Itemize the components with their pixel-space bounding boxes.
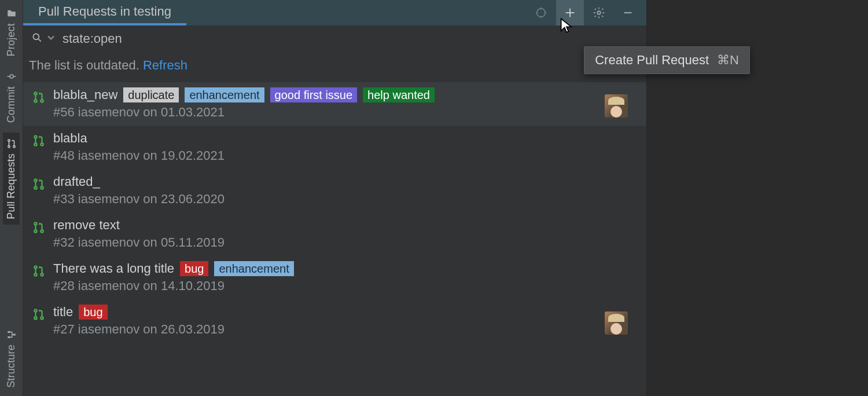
chevron-down-icon[interactable] <box>45 32 57 46</box>
svg-point-0 <box>10 75 13 78</box>
tool-structure[interactable]: Structure <box>3 324 20 394</box>
tool-pull-requests[interactable]: Pull Requests <box>3 133 20 225</box>
target-icon[interactable] <box>527 0 555 25</box>
pr-body: There was a long titlebugenhancement#28 … <box>53 261 639 294</box>
pr-row[interactable]: remove text#32 iasemenov on 05.11.2019 <box>23 212 646 256</box>
pr-subtitle: #32 iasemenov on 05.11.2019 <box>53 235 639 250</box>
pr-label: enhancement <box>185 87 264 102</box>
pr-title-line: remove text <box>53 218 639 233</box>
avatar <box>605 311 628 335</box>
svg-line-19 <box>39 39 41 42</box>
pull-request-icon <box>32 133 45 151</box>
pr-subtitle: #28 iasemenov on 14.10.2019 <box>53 278 639 294</box>
svg-point-27 <box>34 186 36 189</box>
svg-point-20 <box>34 92 36 94</box>
svg-point-37 <box>41 317 43 319</box>
pull-request-icon <box>32 220 45 237</box>
svg-point-24 <box>34 143 36 145</box>
tool-project-label: Project <box>5 23 17 56</box>
svg-point-32 <box>34 266 36 268</box>
structure-icon <box>6 329 17 340</box>
create-pr-tooltip: Create Pull Request ⌘N <box>584 46 750 74</box>
pull-request-icon <box>32 177 45 194</box>
pr-subtitle: #27 iasemenov on 26.03.2019 <box>53 322 597 337</box>
svg-point-21 <box>34 100 36 102</box>
tab-title: Pull Requests in testing <box>38 4 171 19</box>
header-actions <box>527 0 646 25</box>
pr-title: drafted_ <box>53 174 100 189</box>
svg-point-30 <box>34 230 36 232</box>
pr-body: remove text#32 iasemenov on 05.11.2019 <box>53 218 639 250</box>
pr-label: bug <box>79 305 107 320</box>
svg-point-25 <box>41 143 43 145</box>
svg-point-9 <box>537 9 546 17</box>
tool-pull-requests-label: Pull Requests <box>5 153 17 219</box>
svg-rect-8 <box>13 334 16 336</box>
pr-title-line: blabla_newduplicateenhancementgood first… <box>53 87 597 102</box>
refresh-link[interactable]: Refresh <box>143 58 187 72</box>
outdated-banner: The list is outdated. Refresh <box>23 52 646 82</box>
pr-body: titlebug#27 iasemenov on 26.03.2019 <box>53 305 597 337</box>
commit-icon <box>6 71 17 82</box>
pr-list: blabla_newduplicateenhancementgood first… <box>23 82 646 343</box>
pull-requests-panel: Pull Requests in testing The li <box>23 0 647 396</box>
tooltip-shortcut: ⌘N <box>717 53 739 68</box>
svg-point-16 <box>597 11 601 14</box>
pr-title: blabla <box>53 131 87 146</box>
avatar <box>605 94 628 118</box>
settings-button[interactable] <box>585 0 613 25</box>
pr-body: blabla_newduplicateenhancementgood first… <box>53 87 597 120</box>
svg-point-31 <box>41 230 43 232</box>
pr-label: good first issue <box>270 87 358 102</box>
pull-request-icon <box>32 263 45 281</box>
tool-project[interactable]: Project <box>3 2 20 62</box>
svg-rect-6 <box>8 331 10 333</box>
search-input[interactable] <box>62 31 638 46</box>
pr-label: enhancement <box>214 261 293 276</box>
folder-icon <box>6 8 17 19</box>
pr-title-line: There was a long titlebugenhancement <box>53 261 639 276</box>
outdated-text: The list is outdated. <box>29 58 139 72</box>
pr-subtitle: #56 iasemenov on 01.03.2021 <box>53 105 597 120</box>
svg-point-3 <box>8 140 9 141</box>
svg-point-4 <box>8 145 9 147</box>
svg-point-35 <box>34 309 36 311</box>
pr-label: duplicate <box>123 87 179 102</box>
svg-rect-7 <box>8 336 10 338</box>
pr-title-line: blabla <box>53 131 639 146</box>
pr-body: drafted_#33 iasemenov on 23.06.2020 <box>53 174 639 207</box>
tool-commit-label: Commit <box>5 86 17 123</box>
pr-subtitle: #48 iasemenov on 19.02.2021 <box>53 148 639 163</box>
svg-point-26 <box>34 179 36 181</box>
pr-title-line: drafted_ <box>53 174 639 189</box>
svg-point-34 <box>41 273 43 276</box>
pr-row[interactable]: blabla_newduplicateenhancementgood first… <box>23 82 646 126</box>
pr-title: There was a long title <box>53 261 174 276</box>
tool-structure-label: Structure <box>5 344 17 388</box>
panel-header: Pull Requests in testing <box>23 0 646 25</box>
create-pr-button[interactable] <box>556 0 584 25</box>
svg-point-33 <box>34 273 36 276</box>
pr-row[interactable]: drafted_#33 iasemenov on 23.06.2020 <box>23 169 646 212</box>
pr-row[interactable]: titlebug#27 iasemenov on 26.03.2019 <box>23 299 646 343</box>
pr-row[interactable]: blabla#48 iasemenov on 19.02.2021 <box>23 126 646 169</box>
svg-point-18 <box>33 34 39 39</box>
pr-row[interactable]: There was a long titlebugenhancement#28 … <box>23 256 646 299</box>
pr-label: help wanted <box>363 87 435 102</box>
pull-request-icon <box>6 138 17 149</box>
svg-point-23 <box>34 135 36 138</box>
pr-title: title <box>53 305 73 320</box>
tooltip-text: Create Pull Request <box>595 53 709 68</box>
pr-subtitle: #33 iasemenov on 23.06.2020 <box>53 192 639 207</box>
pr-body: blabla#48 iasemenov on 19.02.2021 <box>53 131 639 163</box>
svg-point-28 <box>41 186 43 189</box>
pr-title-line: titlebug <box>53 305 597 320</box>
tab-pull-requests[interactable]: Pull Requests in testing <box>23 0 186 25</box>
svg-point-5 <box>13 145 14 147</box>
search-icon <box>31 32 43 46</box>
search-row <box>23 25 646 52</box>
pr-title: blabla_new <box>53 87 117 102</box>
minimize-button[interactable] <box>614 0 642 25</box>
tool-commit[interactable]: Commit <box>3 65 20 129</box>
svg-point-29 <box>34 222 36 225</box>
